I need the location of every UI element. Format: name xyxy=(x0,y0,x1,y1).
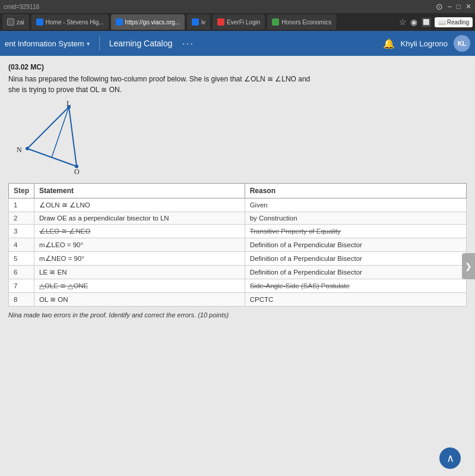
svg-line-2 xyxy=(52,107,69,157)
profile-icon[interactable]: ◉ xyxy=(410,17,417,27)
tab-label-zai: zai xyxy=(17,19,24,26)
reason-cell: Definition of a Perpendicular Bisector xyxy=(245,252,466,266)
tab-honors[interactable]: Honors Economics xyxy=(267,14,336,30)
question-line1: Nina has prepared the following two-colu… xyxy=(8,75,310,83)
statement-cell: △OLE ≅ △ONE xyxy=(34,279,245,293)
step-cell: 2 xyxy=(9,212,34,225)
user-initials: KL xyxy=(458,40,467,47)
question-text: Nina has prepared the following two-colu… xyxy=(8,74,467,95)
step-cell: 5 xyxy=(9,252,34,266)
reason-cell: Side-Angle-Side (SAS) Postulate xyxy=(245,279,466,293)
step-cell: 6 xyxy=(9,266,34,279)
system-title: ent Information System xyxy=(5,39,84,48)
user-name: Khyli Logrono xyxy=(401,39,448,48)
tab-label-everfi: EverFi Login xyxy=(227,19,260,26)
step-cell: 7 xyxy=(9,279,34,293)
header-reason: Reason xyxy=(245,184,466,198)
main-content: (03.02 MC) Nina has prepared the followi… xyxy=(0,56,475,476)
tab-favicon-everfi xyxy=(217,18,224,26)
tab-label-viacs: https://go.viacs.org... xyxy=(125,19,180,26)
table-row: 5m∠NEO = 90°Definition of a Perpendicula… xyxy=(9,252,467,266)
reason-cell: CPCTC xyxy=(245,293,466,307)
reason-cell: by Construction xyxy=(245,212,466,225)
tab-iv[interactable]: iv xyxy=(187,14,210,30)
struck-reason: Transitive Property of Equality xyxy=(250,228,341,235)
step-cell: 8 xyxy=(9,293,34,307)
tab-home-stevens[interactable]: Home - Stevens Hig... xyxy=(31,14,109,30)
nav-right-section: 🔔 Khyli Logrono KL xyxy=(383,35,471,52)
side-arrow-icon: ❯ xyxy=(465,261,472,271)
statement-cell: OL ≅ ON xyxy=(34,293,245,307)
svg-point-3 xyxy=(67,105,71,109)
statement-cell: m∠NEO = 90° xyxy=(34,252,245,266)
statement-cell: LE ≅ EN xyxy=(34,266,245,279)
maximize-icon[interactable]: □ xyxy=(457,2,461,11)
step-cell: 3 xyxy=(9,225,34,238)
triangle-svg: L N O xyxy=(14,100,109,177)
header-statement: Statement xyxy=(34,184,245,198)
tab-label-honors: Honors Economics xyxy=(281,19,331,26)
table-row: 8OL ≅ ONCPCTC xyxy=(9,293,467,307)
footer-text: Nina made two errors in the proof. Ident… xyxy=(8,311,467,319)
tab-zai[interactable]: zai xyxy=(2,14,29,30)
tab-label-home: Home - Stevens Hig... xyxy=(46,19,104,26)
nav-divider xyxy=(99,36,100,51)
reason-cell: Definition of a Perpendicular Bisector xyxy=(245,238,466,252)
reason-cell: Given xyxy=(245,198,466,212)
tab-favicon-zai xyxy=(7,18,14,26)
system-nav-section: ent Information System ▾ xyxy=(5,39,90,48)
struck-statement: △OLE ≅ △ONE xyxy=(39,282,88,289)
statement-cell: ∠LEO ≅ ∠NEO xyxy=(34,225,245,238)
tab-favicon-iv xyxy=(192,18,199,26)
proof-table: Step Statement Reason 1∠OLN ≅ ∠LNOGiven2… xyxy=(8,183,467,307)
svg-point-4 xyxy=(26,147,29,150)
question-code: (03.02 MC) xyxy=(8,63,467,71)
browser-address-bar: cmid=929116 ⊙ – □ ✕ xyxy=(0,0,475,13)
triangle-diagram: L N O xyxy=(14,100,109,177)
browser-icon: ⊙ xyxy=(436,2,443,11)
label-O: O xyxy=(74,168,80,176)
scroll-top-button[interactable]: ∧ xyxy=(439,447,461,469)
minimize-icon[interactable]: – xyxy=(448,2,452,11)
table-row: 4m∠LEO = 90°Definition of a Perpendicula… xyxy=(9,238,467,252)
svg-point-5 xyxy=(75,165,78,168)
close-icon[interactable]: ✕ xyxy=(466,2,471,11)
side-arrow-button[interactable]: ❯ xyxy=(462,253,475,279)
step-cell: 4 xyxy=(9,238,34,252)
tab-bar: zai Home - Stevens Hig... https://go.via… xyxy=(0,13,475,31)
statement-cell: m∠LEO = 90° xyxy=(34,238,245,252)
reading-icon: 📖 xyxy=(438,19,445,26)
tab-favicon-honors xyxy=(272,18,279,26)
tab-everfi[interactable]: EverFi Login xyxy=(213,14,265,30)
star-icon[interactable]: ☆ xyxy=(399,17,407,27)
tab-favicon-viacs xyxy=(116,18,123,26)
step-cell: 1 xyxy=(9,198,34,212)
table-row: 2Draw OE as a perpendicular bisector to … xyxy=(9,212,467,225)
user-avatar[interactable]: KL xyxy=(454,35,470,52)
nav-more-icon[interactable]: ··· xyxy=(182,37,194,50)
url-text: cmid=929116 xyxy=(4,4,39,10)
dropdown-icon[interactable]: ▾ xyxy=(87,40,90,47)
tab-favicon-home xyxy=(36,18,43,26)
label-N: N xyxy=(17,146,22,154)
question-line2: she is trying to prove that OL ≅ ON. xyxy=(8,86,122,94)
table-row: 7△OLE ≅ △ONESide-Angle-Side (SAS) Postul… xyxy=(9,279,467,293)
tab-label-iv: iv xyxy=(201,19,205,26)
extensions-icon[interactable]: 🔲 xyxy=(421,17,431,27)
table-row: 3∠LEO ≅ ∠NEOTransitive Property of Equal… xyxy=(9,225,467,238)
learning-catalog-link[interactable]: Learning Catalog xyxy=(109,39,173,48)
statement-cell: ∠OLN ≅ ∠LNO xyxy=(34,198,245,212)
table-row: 1∠OLN ≅ ∠LNOGiven xyxy=(9,198,467,212)
reason-cell: Transitive Property of Equality xyxy=(245,225,466,238)
scroll-top-icon: ∧ xyxy=(446,452,454,465)
statement-cell: Draw OE as a perpendicular bisector to L… xyxy=(34,212,245,225)
navigation-bar: ent Information System ▾ Learning Catalo… xyxy=(0,31,475,56)
bell-icon[interactable]: 🔔 xyxy=(383,38,395,49)
header-step: Step xyxy=(9,184,34,198)
table-row: 6LE ≅ ENDefinition of a Perpendicular Bi… xyxy=(9,266,467,279)
struck-reason: Side-Angle-Side (SAS) Postulate xyxy=(250,282,350,289)
reading-label: Reading xyxy=(447,19,469,26)
struck-statement: ∠LEO ≅ ∠NEO xyxy=(39,228,90,235)
reading-button[interactable]: 📖 Reading xyxy=(435,17,473,27)
tab-viacs[interactable]: https://go.viacs.org... xyxy=(111,14,185,30)
